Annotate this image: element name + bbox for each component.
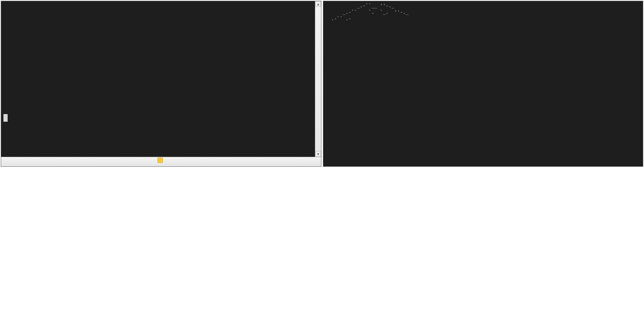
tabbar-shell: [1, 157, 321, 166]
terminal-shell[interactable]: ▴ ▾: [1, 1, 321, 157]
terminal-s1[interactable]: _.-``__ ''-._ _.-`` `. `_. ''-._ .-`` .-: [323, 1, 643, 166]
shell-cursor: [3, 114, 8, 122]
scrollbar-up[interactable]: ▴: [315, 1, 321, 7]
redis-ascii-art: _.-``__ ''-._ _.-`` `. `_. ''-._ .-`` .-: [326, 3, 409, 22]
scrollbar-down[interactable]: ▾: [315, 151, 321, 157]
pane-shell: ▴ ▾: [1, 1, 321, 167]
terminal-shell-content: [3, 3, 319, 123]
key-icon: [157, 158, 163, 163]
tab-shell[interactable]: [154, 158, 168, 163]
pane-s1: _.-``__ ''-._ _.-`` `. `_. ''-._ .-`` .-: [323, 1, 644, 167]
